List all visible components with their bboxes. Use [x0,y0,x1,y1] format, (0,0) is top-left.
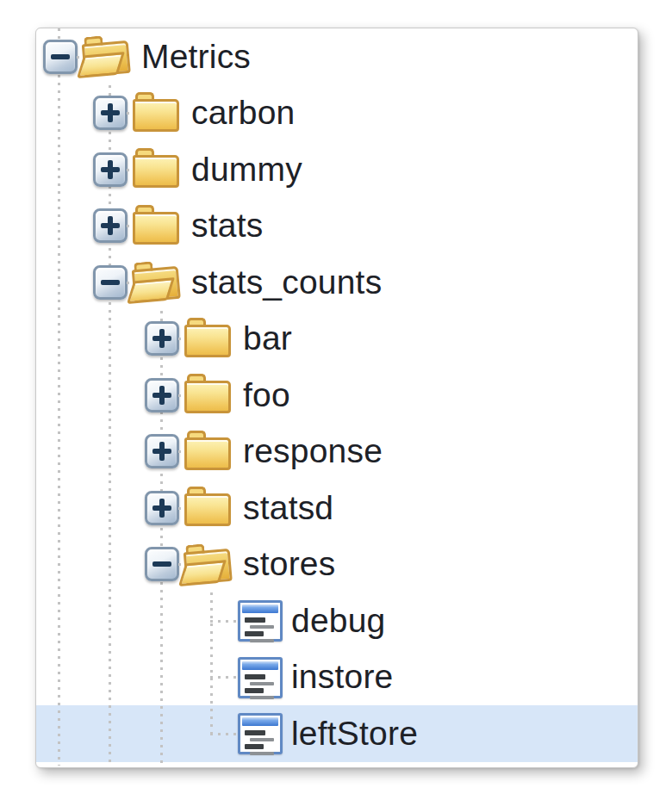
tree-node-stats[interactable]: stats [36,198,638,255]
node-label[interactable]: response [243,424,383,481]
tree-guide-line [210,592,213,734]
folder-open-icon[interactable] [81,34,133,79]
tree-guide-line [58,28,60,766]
node-label[interactable]: stats_counts [191,254,382,311]
tree-node-instore[interactable]: instore [36,649,638,706]
tree-node-statsd[interactable]: statsd [36,480,638,536]
folder-open-icon[interactable] [131,259,183,305]
node-label[interactable]: stores [243,536,335,593]
metric-leaf-icon[interactable] [238,713,283,754]
tree-node-dummy[interactable]: dummy [36,141,638,198]
folder-closed-icon[interactable] [133,205,181,246]
expand-toggle-icon[interactable] [93,208,128,243]
folder-closed-icon[interactable] [184,374,233,415]
folder-open-icon[interactable] [183,541,234,586]
node-label[interactable]: stats [191,198,263,255]
tree-guide-line [109,85,111,766]
tree-node-bar[interactable]: bar [36,311,638,368]
tree-node-stores[interactable]: stores [36,536,638,593]
folder-closed-icon[interactable] [184,487,233,528]
tree-connector [210,733,238,735]
tree-node-metrics[interactable]: Metrics [36,28,638,85]
screen: Metrics carbon dummy stats stats_counts [0,0,672,800]
tree-node-foo[interactable]: foo [36,367,638,424]
folder-closed-icon[interactable] [133,92,181,133]
metric-leaf-icon[interactable] [238,657,283,698]
folder-closed-icon[interactable] [184,431,233,472]
tree-node-carbon[interactable]: carbon [36,85,638,142]
expand-toggle-icon[interactable] [145,434,179,468]
node-label[interactable]: bar [243,311,292,368]
collapse-toggle-icon[interactable] [145,547,179,581]
expand-toggle-icon[interactable] [93,96,128,130]
node-label[interactable]: statsd [243,480,333,536]
tree-node-stats-counts[interactable]: stats_counts [36,254,638,311]
expand-toggle-icon[interactable] [145,378,179,412]
expand-toggle-icon[interactable] [145,491,179,525]
expand-toggle-icon[interactable] [145,321,179,356]
folder-closed-icon[interactable] [133,148,181,189]
collapse-toggle-icon[interactable] [43,40,78,74]
tree-node-response[interactable]: response [36,424,638,481]
node-label[interactable]: leftStore [291,705,418,762]
expand-toggle-icon[interactable] [93,152,128,187]
tree-connector [210,676,238,679]
tree-connector [210,620,238,623]
metrics-tree-panel: Metrics carbon dummy stats stats_counts [35,28,638,768]
node-label[interactable]: foo [243,367,290,424]
collapse-toggle-icon[interactable] [93,265,128,300]
tree-node-leftstore-selected[interactable]: leftStore [36,705,638,762]
metric-leaf-icon[interactable] [238,600,283,642]
node-label[interactable]: instore [291,649,393,706]
node-label[interactable]: carbon [191,85,295,142]
tree-node-debug[interactable]: debug [36,592,638,649]
node-label[interactable]: Metrics [141,28,251,85]
node-label[interactable]: dummy [191,141,302,198]
node-label[interactable]: debug [291,592,385,649]
folder-closed-icon[interactable] [184,318,233,359]
